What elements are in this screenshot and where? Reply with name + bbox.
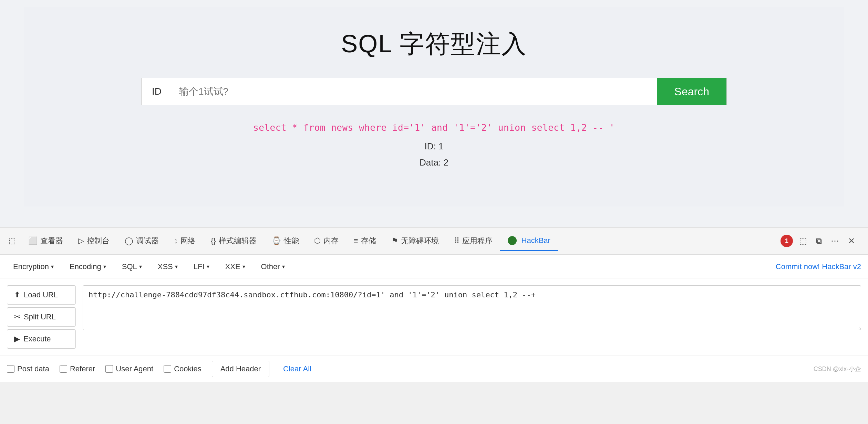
result-display: ID: 1 Data: 2	[420, 138, 448, 171]
user-agent-checkbox[interactable]	[105, 365, 113, 373]
hackbar-body: ⬆ Load URL ✂ Split URL ▶ Execute http://…	[0, 278, 868, 356]
cookies-checkbox[interactable]	[164, 365, 171, 373]
tab-performance[interactable]: ⌚ 性能	[264, 231, 307, 251]
user-agent-checkbox-label[interactable]: User Agent	[105, 364, 153, 373]
hackbar-actions: ⬆ Load URL ✂ Split URL ▶ Execute	[7, 285, 76, 349]
inspector-icon: ⬜	[28, 236, 38, 245]
other-chevron-icon: ▾	[282, 263, 285, 270]
sql-query-display: select * from news where id='1' and '1'=…	[253, 123, 615, 133]
sql-chevron-icon: ▾	[139, 263, 142, 270]
close-devtools-icon[interactable]: ✕	[845, 236, 858, 246]
post-data-checkbox[interactable]	[7, 365, 14, 373]
tab-application[interactable]: ⠿ 应用程序	[446, 231, 500, 251]
tab-debugger[interactable]: ◯ 调试器	[117, 231, 166, 251]
devtools-bar: ⬚ ⬜ 查看器 ▷ 控制台 ◯ 调试器 ↕ 网络 {} 样式编辑器 ⌚ 性能 ⬡…	[0, 227, 868, 255]
application-icon: ⠿	[454, 236, 459, 245]
more-options-icon[interactable]: ⋯	[828, 236, 842, 246]
tab-accessibility[interactable]: ⚑ 无障碍环境	[384, 231, 446, 251]
lfi-chevron-icon: ▾	[207, 263, 209, 270]
encryption-chevron-icon: ▾	[51, 263, 54, 270]
main-content: SQL 字符型注入 ID Search select * from news w…	[0, 0, 868, 227]
menu-sql[interactable]: SQL ▾	[116, 259, 148, 275]
hackbar-menu: Encryption ▾ Encoding ▾ SQL ▾ XSS ▾ LFI …	[0, 255, 868, 278]
split-url-button[interactable]: ✂ Split URL	[7, 307, 76, 327]
result-data: Data: 2	[420, 155, 448, 171]
menu-xss[interactable]: XSS ▾	[152, 259, 184, 275]
tab-storage[interactable]: ≡ 存储	[346, 231, 384, 251]
hackbar-footer: Post data Referer User Agent Cookies Add…	[0, 356, 868, 382]
post-data-checkbox-label[interactable]: Post data	[7, 364, 49, 373]
page-title: SQL 字符型注入	[341, 28, 527, 61]
error-badge: 1	[781, 235, 793, 247]
hackbar-dot-icon	[508, 236, 517, 245]
load-url-icon: ⬆	[14, 290, 20, 299]
xss-chevron-icon: ▾	[175, 263, 178, 270]
performance-icon: ⌚	[272, 236, 281, 245]
menu-other[interactable]: Other ▾	[255, 259, 291, 275]
watermark: CSDN @xlx-小企	[814, 365, 861, 373]
commit-now-label[interactable]: Commit now! HackBar v2	[776, 262, 861, 271]
id-label: ID	[142, 78, 172, 105]
tab-hackbar[interactable]: HackBar	[500, 231, 558, 251]
accessibility-icon: ⚑	[391, 236, 398, 245]
search-input[interactable]	[172, 78, 657, 105]
hackbar-panel: Encryption ▾ Encoding ▾ SQL ▾ XSS ▾ LFI …	[0, 255, 868, 382]
devtools-toggle-icon[interactable]: ⬚	[3, 231, 21, 251]
tab-console[interactable]: ▷ 控制台	[71, 231, 117, 251]
responsive-design-icon[interactable]: ⬚	[796, 236, 810, 246]
execute-icon: ▶	[14, 335, 20, 343]
new-window-icon[interactable]: ⧉	[813, 236, 825, 246]
demo-box: SQL 字符型注入 ID Search select * from news w…	[24, 7, 844, 206]
cookies-checkbox-label[interactable]: Cookies	[164, 364, 201, 373]
style-editor-icon: {}	[211, 236, 216, 245]
console-icon: ▷	[78, 236, 84, 245]
search-button[interactable]: Search	[657, 78, 726, 105]
tab-network[interactable]: ↕ 网络	[166, 231, 203, 251]
debugger-icon: ◯	[125, 236, 133, 245]
tab-memory[interactable]: ⬡ 内存	[307, 231, 346, 251]
referer-checkbox-label[interactable]: Referer	[60, 364, 95, 373]
encoding-chevron-icon: ▾	[103, 263, 106, 270]
tab-style-editor[interactable]: {} 样式编辑器	[203, 231, 264, 251]
menu-encryption[interactable]: Encryption ▾	[7, 259, 60, 275]
load-url-button[interactable]: ⬆ Load URL	[7, 285, 76, 305]
xxe-chevron-icon: ▾	[242, 263, 245, 270]
network-icon: ↕	[174, 236, 178, 245]
menu-xxe[interactable]: XXE ▾	[219, 259, 251, 275]
clear-all-button[interactable]: Clear All	[280, 361, 315, 377]
devtools-right-controls: 1 ⬚ ⧉ ⋯ ✕	[781, 235, 865, 247]
url-textarea[interactable]: http://challenge-7884cdd97df38c44.sandbo…	[83, 285, 861, 330]
add-header-button[interactable]: Add Header	[212, 361, 269, 377]
tab-inspector[interactable]: ⬜ 查看器	[21, 231, 71, 251]
split-url-icon: ✂	[14, 312, 20, 321]
referer-checkbox[interactable]	[60, 365, 67, 373]
menu-encoding[interactable]: Encoding ▾	[63, 259, 112, 275]
execute-button[interactable]: ▶ Execute	[7, 329, 76, 349]
menu-lfi[interactable]: LFI ▾	[187, 259, 216, 275]
result-id: ID: 1	[420, 138, 448, 155]
storage-icon: ≡	[354, 236, 358, 245]
memory-icon: ⬡	[314, 236, 321, 245]
search-row: ID Search	[141, 78, 727, 105]
